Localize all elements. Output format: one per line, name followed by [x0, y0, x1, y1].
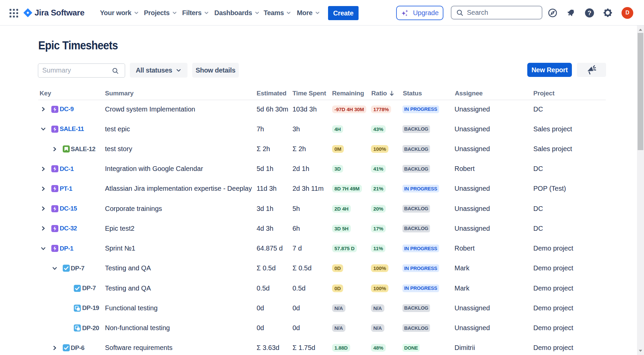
svg-text:?: ?	[588, 9, 591, 16]
